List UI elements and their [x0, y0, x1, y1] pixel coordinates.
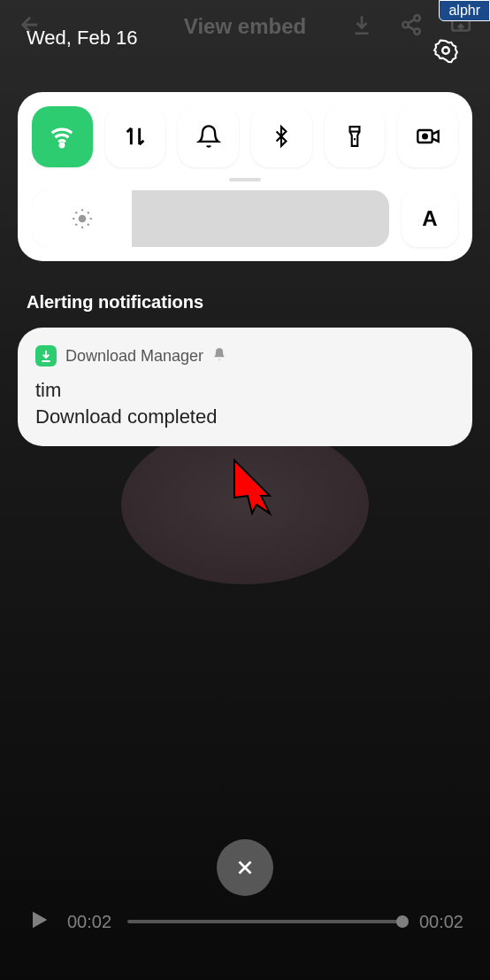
notification-card[interactable]: Download Manager tim Download completed [18, 328, 472, 446]
auto-brightness-button[interactable]: A [402, 190, 458, 247]
svg-point-9 [423, 135, 427, 139]
quick-settings-toggles [32, 106, 458, 167]
svg-line-16 [88, 224, 89, 226]
svg-point-10 [78, 214, 86, 222]
current-time: 00:02 [67, 912, 111, 932]
notification-app-name: Download Manager [65, 347, 203, 366]
notification-body: Download completed [35, 405, 455, 428]
mobile-data-toggle[interactable] [105, 106, 166, 167]
duration-time: 00:02 [419, 912, 463, 932]
video-player-controls: 00:02 00:02 [0, 907, 490, 936]
watermark-badge: alphr [439, 0, 490, 21]
quick-settings-panel: A [18, 92, 472, 261]
page-title: View embed [184, 14, 306, 39]
progress-thumb[interactable] [396, 915, 409, 928]
bell-icon [212, 347, 226, 365]
panel-drag-handle[interactable] [229, 178, 261, 181]
flashlight-toggle[interactable] [325, 106, 386, 167]
notifications-section-header: Alerting notifications [27, 292, 203, 313]
screen-record-toggle[interactable] [397, 106, 458, 167]
svg-rect-6 [350, 127, 360, 131]
svg-line-15 [75, 212, 77, 213]
svg-point-2 [414, 28, 420, 35]
share-icon[interactable] [400, 13, 423, 40]
svg-point-4 [442, 47, 449, 54]
annotation-arrow [226, 451, 287, 526]
bluetooth-toggle[interactable] [251, 106, 312, 167]
brightness-row: A [32, 190, 458, 247]
shade-date: Wed, Feb 16 [27, 27, 138, 50]
dnd-toggle[interactable] [178, 106, 239, 167]
brightness-slider[interactable] [32, 190, 389, 247]
play-button[interactable] [27, 907, 51, 936]
brightness-fill [32, 190, 132, 247]
svg-point-5 [60, 143, 64, 147]
download-app-icon [35, 345, 57, 367]
wifi-toggle[interactable] [32, 106, 93, 167]
close-button[interactable] [217, 839, 273, 896]
svg-point-1 [402, 22, 409, 28]
download-icon[interactable] [350, 13, 373, 40]
notification-title: tim [35, 379, 455, 402]
settings-icon[interactable] [433, 37, 459, 67]
svg-point-0 [414, 15, 420, 21]
svg-line-18 [88, 212, 89, 213]
notification-header: Download Manager [35, 345, 455, 367]
progress-bar[interactable] [127, 920, 403, 923]
svg-line-17 [75, 224, 77, 226]
